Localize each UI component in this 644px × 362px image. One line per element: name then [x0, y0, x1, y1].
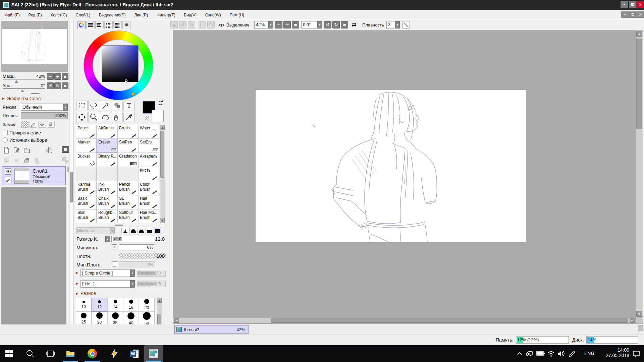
brush-size-20[interactable]: 20 — [139, 298, 155, 312]
min-size-checkbox-checked[interactable]: ✓ — [112, 244, 117, 249]
action-center-icon[interactable] — [632, 350, 641, 359]
tray-tablet-driver-icon[interactable] — [525, 349, 534, 359]
sv-cursor[interactable] — [125, 79, 127, 82]
zoom-reset-button[interactable]: ■ — [292, 21, 299, 28]
keyboard-language-indicator[interactable]: ENG — [584, 351, 594, 356]
min-density-value-field[interactable]: 0% — [119, 261, 155, 268]
menu-help[interactable]: Пом.(H) — [229, 13, 244, 17]
brush-blend-mode-dropdown[interactable]: ▾ — [110, 227, 115, 234]
tip-shape-square-selected[interactable] — [154, 227, 161, 234]
clock[interactable]: 14:00 27.05.2018 — [600, 347, 629, 358]
brush-pencil-brush[interactable]: PencilBrush — [117, 181, 138, 195]
zoom-value-field[interactable]: 42% — [254, 21, 268, 28]
tool-rotate-view[interactable] — [100, 112, 111, 122]
brush-empty-slot[interactable] — [97, 167, 117, 181]
canvas-hscrollbar[interactable]: ◄ ► — [173, 317, 636, 323]
tool-shape-move[interactable] — [112, 101, 123, 111]
rotate-ccw-button[interactable]: ↺ — [324, 21, 331, 28]
menu-file[interactable]: Файл(F) — [5, 13, 20, 17]
shape-intensity-slider[interactable]: Интенсив50 — [137, 270, 166, 277]
brush-roughbrush[interactable]: Roughb...Brush — [97, 209, 117, 223]
brush-size-12-selected[interactable]: 12 — [92, 298, 107, 312]
lock-pixels-button[interactable] — [30, 121, 37, 128]
brush-grid-scrollbar[interactable]: ▲ ▼ — [160, 125, 165, 223]
rotate-cw-button[interactable]: ↻ — [332, 21, 340, 28]
menu-view[interactable]: Вид(V) — [184, 13, 197, 17]
winamp-icon[interactable] — [109, 349, 119, 359]
transform-tool-button[interactable] — [44, 145, 53, 154]
brush-shape-select[interactable]: [ Simple Circle ] — [80, 269, 130, 277]
tool-rect-select[interactable] — [76, 101, 88, 111]
start-button[interactable] — [4, 349, 14, 359]
task-view-icon[interactable] — [45, 349, 55, 359]
selection-source-radio[interactable] — [3, 137, 8, 142]
brush-hair[interactable]: HairBrush — [138, 195, 159, 209]
tool-zoom[interactable] — [88, 112, 99, 122]
hue-marker[interactable] — [131, 93, 135, 96]
canvas-scroll-left[interactable]: ◄ — [174, 318, 179, 323]
brush-selpen[interactable]: SelPen — [117, 139, 138, 153]
nav-zoom-out-button[interactable]: − — [47, 73, 54, 80]
transform-selection-button[interactable] — [199, 21, 206, 28]
tab-color-wheel[interactable] — [77, 21, 86, 29]
tip-shape-block[interactable] — [146, 227, 153, 234]
misc-expand-icon[interactable]: ▶ — [76, 292, 78, 295]
layer-effects-header[interactable]: Эффекты Слоя — [7, 96, 41, 101]
layer-opacity-slider[interactable]: 100% — [21, 112, 68, 119]
layer-row-selected[interactable]: Слой1 Обычный 100% — [2, 166, 66, 185]
sai-taskbar-button-active[interactable] — [144, 345, 163, 362]
brush-size-40[interactable]: 40 — [123, 312, 139, 326]
angle-value-field[interactable]: 0.0° — [301, 21, 317, 28]
brush-skin[interactable]: SkinBrush — [76, 209, 97, 223]
doc-restore-button[interactable] — [629, 11, 637, 18]
zoom-out-button[interactable]: − — [275, 21, 282, 28]
angle-reset-button[interactable]: ■ — [341, 21, 348, 28]
scroll-up-button-disabled[interactable]: ▲ — [170, 21, 178, 28]
merge-down-button[interactable] — [3, 157, 10, 164]
word-icon[interactable]: W — [129, 349, 140, 359]
brush-selers[interactable]: SelErs — [138, 139, 159, 153]
nav-rotate-cw-button[interactable]: ↻ — [54, 82, 61, 89]
min-density-checkbox[interactable] — [112, 261, 117, 266]
menu-window[interactable]: Окно(W) — [205, 13, 221, 17]
smoothness-value-field[interactable]: 3 — [386, 21, 395, 28]
min-size-value-field[interactable]: 0% — [119, 244, 155, 250]
undo-button[interactable]: ↺ — [179, 21, 186, 28]
menu-canvas[interactable]: Холст(C) — [50, 13, 67, 17]
canvas[interactable] — [256, 90, 526, 242]
brush-size-35[interactable]: 35 — [107, 312, 123, 326]
effects-expand-icon[interactable]: ▶ — [2, 97, 5, 100]
layer-mode-dropdown-button[interactable]: ▾ — [63, 104, 68, 111]
left-panel-scrollbar[interactable] — [69, 20, 73, 335]
menu-filter[interactable]: Фильтр(T) — [157, 13, 175, 17]
brush-shape-dropdown[interactable]: ▾ — [130, 269, 135, 277]
brush-panel-resize-handle[interactable] — [115, 225, 123, 226]
flip-canvas-icon[interactable]: ⇄ — [352, 21, 356, 28]
brush-ink[interactable]: InkBrush — [97, 181, 117, 195]
brush-scroll-down[interactable]: ▼ — [160, 218, 165, 223]
brush-size-50[interactable]: 50 — [139, 312, 155, 326]
brush-chalk[interactable]: ChalkBrush — [97, 195, 117, 209]
nav-scale-slider[interactable] — [3, 79, 45, 79]
tab-hsv-sliders[interactable] — [95, 21, 104, 29]
delete-layer-button[interactable] — [34, 157, 41, 164]
layer-mask-button[interactable] — [62, 146, 69, 153]
angle-dropdown-button[interactable]: ▾ — [317, 21, 322, 28]
brush-texture-dropdown[interactable]: ▾ — [130, 280, 135, 288]
saturation-value-square[interactable] — [102, 45, 139, 82]
new-layer-button[interactable] — [3, 146, 10, 154]
window-close-button[interactable]: × — [636, 1, 644, 8]
chrome-icon[interactable] — [88, 349, 97, 358]
tray-pen-icon[interactable] — [568, 349, 576, 359]
brush-karima[interactable]: KarimaBrush — [76, 181, 97, 195]
brush-bucket[interactable]: Bucket — [76, 153, 97, 167]
brush-hair-more[interactable]: Hair Mo...Brush — [138, 209, 159, 223]
background-color-swatch[interactable] — [152, 110, 164, 122]
brush-size-10[interactable]: 10 — [76, 298, 92, 312]
tray-volume-icon[interactable] — [557, 350, 566, 359]
brush-airbrush[interactable]: AirBrush — [97, 125, 117, 139]
file-explorer-icon[interactable] — [65, 349, 75, 359]
tray-wifi-icon[interactable] — [547, 350, 555, 359]
layer-visibility-eye-icon[interactable] — [5, 168, 11, 175]
nav-angle-slider-marker[interactable] — [21, 89, 24, 92]
